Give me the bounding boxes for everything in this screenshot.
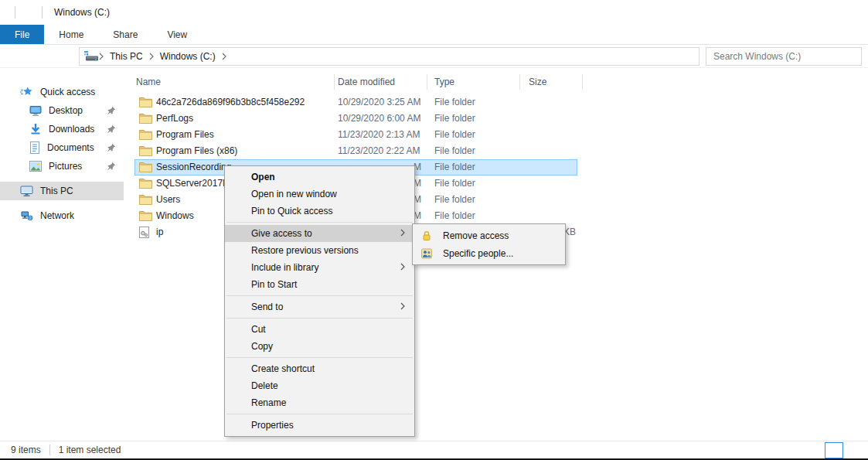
pin-icon bbox=[107, 124, 116, 134]
chevron-right-icon bbox=[149, 53, 154, 60]
close-button[interactable] bbox=[832, 0, 868, 25]
details-view-button[interactable] bbox=[825, 442, 843, 458]
sidebar-item-network[interactable]: Network bbox=[0, 206, 124, 225]
file-type: File folder bbox=[434, 178, 475, 189]
breadcrumb-item-windows-c[interactable]: Windows (C:) bbox=[155, 51, 221, 62]
documents-icon bbox=[29, 141, 40, 154]
context-menu-item-give-access-to[interactable]: Give access to bbox=[225, 225, 414, 242]
ribbon-right-controls bbox=[851, 25, 860, 44]
file-date: 11/23/2020 2:13 AM bbox=[338, 129, 421, 140]
column-header-size[interactable]: Size bbox=[529, 77, 546, 87]
file-name: ip bbox=[156, 227, 163, 237]
breadcrumb: This PCWindows (C:) bbox=[84, 50, 227, 62]
file-row-perflogs[interactable]: PerfLogs10/29/2020 6:00 AMFile folder bbox=[124, 111, 868, 127]
breadcrumb-item-this-pc[interactable]: This PC bbox=[104, 51, 148, 62]
menu-separator bbox=[226, 222, 413, 223]
sidebar-item-desktop[interactable]: Desktop bbox=[0, 101, 124, 120]
context-menu-item-delete[interactable]: Delete bbox=[225, 377, 414, 394]
chevron-right-icon bbox=[400, 263, 405, 271]
sidebar-item-label: This PC bbox=[40, 186, 73, 196]
desktop-icon bbox=[29, 104, 42, 117]
column-divider[interactable] bbox=[427, 74, 427, 90]
column-header-date-modified[interactable]: Date modified bbox=[338, 77, 395, 87]
search-input[interactable] bbox=[706, 51, 841, 62]
view-toggle-group bbox=[825, 441, 864, 458]
tab-file[interactable]: File bbox=[0, 25, 44, 44]
pictures-icon bbox=[29, 161, 42, 172]
menu-separator bbox=[226, 357, 413, 358]
context-menu-item-pin-to-start[interactable]: Pin to Start bbox=[225, 276, 414, 293]
sidebar-item-this-pc[interactable]: This PC bbox=[0, 182, 124, 200]
sidebar-item-label: Desktop bbox=[49, 105, 83, 116]
submenu-item-remove-access[interactable]: Remove access bbox=[413, 227, 565, 244]
pin-icon bbox=[107, 143, 116, 152]
chevron-right-icon bbox=[400, 302, 405, 310]
tab-home[interactable]: Home bbox=[44, 25, 98, 44]
sidebar-item-documents[interactable]: Documents bbox=[0, 138, 124, 157]
submenu-item-label: Remove access bbox=[443, 230, 509, 241]
forward-button[interactable] bbox=[24, 47, 43, 66]
context-menu-item-pin-to-quick-access[interactable]: Pin to Quick access bbox=[225, 203, 414, 220]
sidebar-item-quick-access[interactable]: Quick access bbox=[0, 83, 124, 101]
minimize-button[interactable] bbox=[761, 0, 797, 25]
context-menu-item-cut[interactable]: Cut bbox=[225, 321, 414, 338]
submenu-item-specific-people[interactable]: Specific people... bbox=[413, 244, 565, 262]
column-divider[interactable] bbox=[334, 74, 335, 90]
context-menu-item-include-in-library[interactable]: Include in library bbox=[225, 259, 414, 276]
menu-separator bbox=[226, 295, 413, 296]
status-separator bbox=[49, 445, 50, 455]
sidebar: Quick accessDesktopDownloadsDocumentsPic… bbox=[0, 68, 124, 441]
file-row-program-files-x86[interactable]: Program Files (x86)11/23/2020 2:22 AMFil… bbox=[124, 143, 868, 159]
address-dropdown-button[interactable] bbox=[662, 48, 680, 65]
folder-icon bbox=[139, 162, 152, 172]
file-name: Program Files (x86) bbox=[156, 145, 237, 156]
ribbon-tabs: FileHomeShareView bbox=[0, 25, 868, 45]
sidebar-item-pictures[interactable]: Pictures bbox=[0, 157, 124, 175]
quick-access-icon bbox=[20, 86, 33, 98]
column-header-name[interactable]: Name bbox=[136, 77, 161, 87]
sidebar-item-label: Pictures bbox=[49, 161, 82, 172]
file-name: PerfLogs bbox=[156, 113, 193, 124]
maximize-button[interactable] bbox=[797, 0, 832, 25]
context-menu-item-create-shortcut[interactable]: Create shortcut bbox=[225, 360, 414, 377]
recent-locations-button[interactable] bbox=[43, 47, 56, 66]
titlebar-separator bbox=[42, 6, 43, 19]
file-gear-icon bbox=[139, 227, 149, 238]
give-access-to-submenu: Remove accessSpecific people... bbox=[412, 223, 566, 265]
refresh-button[interactable] bbox=[680, 48, 699, 65]
people-icon bbox=[421, 248, 432, 259]
file-row-46c2a726da869f96b3b8c5f458e292[interactable]: 46c2a726da869f96b3b8c5f458e29210/29/2020… bbox=[124, 94, 868, 111]
file-type: File folder bbox=[434, 113, 475, 124]
column-header-type[interactable]: Type bbox=[434, 77, 454, 87]
file-type: File folder bbox=[434, 162, 475, 172]
up-button[interactable] bbox=[56, 47, 75, 66]
column-divider[interactable] bbox=[519, 74, 520, 90]
folder-icon bbox=[139, 145, 152, 156]
this-pc-icon bbox=[20, 186, 33, 197]
context-menu-item-properties[interactable]: Properties bbox=[225, 417, 414, 434]
thumbnails-view-button[interactable] bbox=[846, 442, 864, 458]
items-count: 9 items bbox=[11, 445, 41, 455]
file-type: File folder bbox=[434, 97, 475, 107]
context-menu-item-send-to[interactable]: Send to bbox=[225, 298, 414, 315]
file-name: Users bbox=[156, 194, 180, 205]
file-type: File folder bbox=[434, 194, 475, 205]
context-menu-item-rename[interactable]: Rename bbox=[225, 394, 414, 411]
file-name: Program Files bbox=[156, 129, 214, 140]
pin-icon bbox=[107, 162, 116, 171]
back-button[interactable] bbox=[5, 47, 24, 66]
context-menu-item-open-in-new-window[interactable]: Open in new window bbox=[225, 186, 414, 203]
address-bar[interactable]: This PCWindows (C:) bbox=[79, 47, 700, 66]
file-row-program-files[interactable]: Program Files11/23/2020 2:13 AMFile fold… bbox=[124, 127, 868, 143]
context-menu-item-restore-previous-versions[interactable]: Restore previous versions bbox=[225, 242, 414, 259]
column-divider[interactable] bbox=[582, 74, 583, 90]
tab-share[interactable]: Share bbox=[98, 25, 152, 44]
file-type: File folder bbox=[434, 210, 475, 221]
lock-icon bbox=[421, 230, 432, 241]
sidebar-item-downloads[interactable]: Downloads bbox=[0, 120, 124, 138]
context-menu-item-open[interactable]: Open bbox=[225, 169, 414, 186]
folder-icon bbox=[139, 97, 152, 107]
tab-view[interactable]: View bbox=[152, 25, 202, 44]
context-menu-item-copy[interactable]: Copy bbox=[225, 338, 414, 355]
search-box[interactable] bbox=[706, 47, 862, 66]
